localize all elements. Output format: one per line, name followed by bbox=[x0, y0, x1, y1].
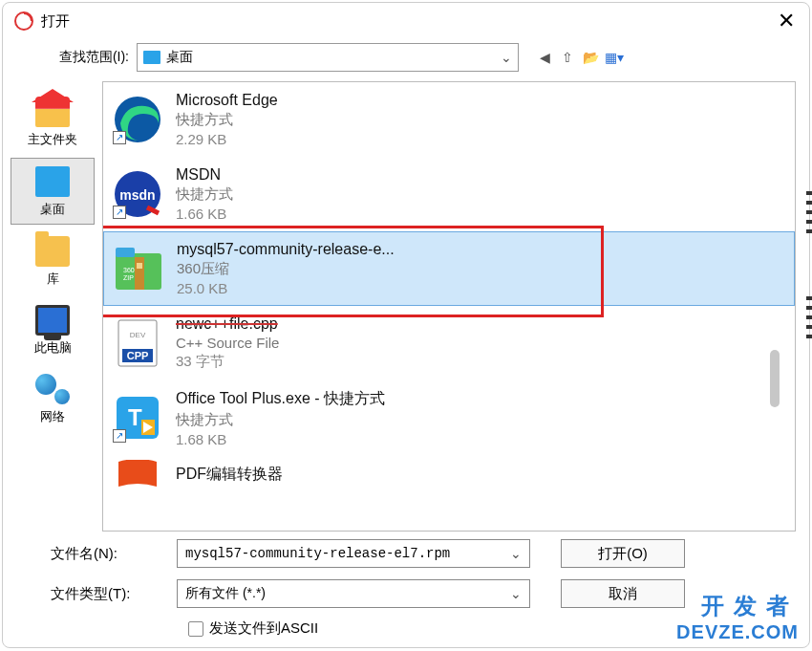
office-tool-icon: T ↗ bbox=[113, 393, 162, 443]
file-size: 2.29 KB bbox=[176, 131, 278, 147]
cpp-icon: CPPDEV bbox=[113, 318, 162, 368]
filetype-value: 所有文件 (*.*) bbox=[185, 585, 266, 602]
ascii-checkbox[interactable] bbox=[188, 621, 203, 637]
file-list[interactable]: ↗ Microsoft Edge 快捷方式 2.29 KB msdn ↗ MSD… bbox=[103, 82, 795, 493]
chevron-down-icon: ⌄ bbox=[501, 50, 512, 65]
sidebar-item-home[interactable]: 主文件夹 bbox=[11, 89, 95, 154]
toolbar-icons: ◀ ⇧ 📂 ▦▾ bbox=[536, 50, 622, 65]
close-icon[interactable]: ✕ bbox=[775, 9, 798, 33]
svg-text:msdn: msdn bbox=[119, 187, 155, 203]
sidebar-item-this-pc[interactable]: 此电脑 bbox=[11, 297, 95, 362]
scrollbar-thumb[interactable] bbox=[770, 350, 780, 407]
sidebar-item-library[interactable]: 库 bbox=[11, 228, 95, 293]
file-name: Office Tool Plus.exe - 快捷方式 bbox=[176, 389, 385, 409]
file-row[interactable]: ↗ Microsoft Edge 快捷方式 2.29 KB bbox=[103, 82, 795, 157]
home-icon bbox=[35, 97, 70, 127]
svg-rect-5 bbox=[116, 248, 135, 257]
filename-input[interactable]: mysql57-community-release-el7.rpm ⌄ bbox=[177, 539, 530, 568]
file-type: 快捷方式 bbox=[176, 111, 278, 129]
titlebar: 打开 ✕ bbox=[3, 3, 809, 39]
back-icon[interactable]: ◀ bbox=[536, 50, 553, 65]
file-name: PDF编辑转换器 bbox=[176, 465, 283, 485]
file-type: 快捷方式 bbox=[176, 185, 233, 204]
app-icon bbox=[14, 11, 33, 31]
svg-text:T: T bbox=[128, 404, 142, 430]
this-pc-icon bbox=[35, 305, 70, 336]
svg-rect-6 bbox=[135, 257, 144, 290]
shortcut-overlay-icon: ↗ bbox=[113, 206, 126, 219]
sidebar-item-label: 此电脑 bbox=[12, 339, 93, 357]
filetype-select[interactable]: 所有文件 (*.*) ⌄ bbox=[177, 579, 530, 608]
lookup-combobox[interactable]: 桌面 ⌄ bbox=[137, 43, 519, 72]
file-size: 1.68 KB bbox=[176, 431, 385, 447]
sidebar-item-label: 桌面 bbox=[13, 201, 92, 218]
main-area: 主文件夹 桌面 库 此电脑 网络 bbox=[3, 81, 809, 532]
svg-rect-7 bbox=[137, 263, 142, 269]
up-icon[interactable]: ⇧ bbox=[559, 50, 576, 65]
watermark-line1: 开发者 bbox=[676, 591, 799, 621]
file-row[interactable]: 360ZIP mysql57-community-release-e... 36… bbox=[103, 231, 795, 306]
file-row[interactable]: CPPDEV newc++file.cpp C++ Source File 33… bbox=[103, 306, 795, 380]
watermark: 开发者 DEVZE.COM bbox=[676, 591, 799, 643]
svg-text:CPP: CPP bbox=[127, 350, 149, 361]
file-name: Microsoft Edge bbox=[176, 92, 278, 109]
desktop-icon bbox=[35, 166, 70, 197]
svg-text:360: 360 bbox=[123, 267, 135, 273]
shortcut-overlay-icon: ↗ bbox=[113, 131, 126, 144]
file-type: 快捷方式 bbox=[176, 411, 385, 429]
file-type: 360压缩 bbox=[177, 260, 395, 278]
network-icon bbox=[35, 374, 70, 404]
file-size: 25.0 KB bbox=[177, 280, 395, 296]
file-size: 1.66 KB bbox=[176, 206, 233, 222]
svg-text:ZIP: ZIP bbox=[123, 274, 134, 281]
chevron-down-icon: ⌄ bbox=[510, 586, 522, 601]
file-name: MSDN bbox=[176, 166, 233, 184]
library-icon bbox=[35, 236, 70, 267]
file-row[interactable]: PDF编辑转换器 bbox=[103, 455, 795, 493]
watermark-line2: DEVZE.COM bbox=[676, 621, 799, 643]
sidebar-item-desktop[interactable]: 桌面 bbox=[11, 158, 95, 225]
places-sidebar: 主文件夹 桌面 库 此电脑 网络 bbox=[3, 81, 102, 532]
new-folder-icon[interactable]: 📂 bbox=[582, 50, 599, 65]
file-row[interactable]: T ↗ Office Tool Plus.exe - 快捷方式 快捷方式 1.6… bbox=[103, 380, 795, 455]
ascii-label: 发送文件到ASCII bbox=[209, 619, 318, 638]
window-title: 打开 bbox=[41, 12, 775, 31]
lookup-row: 查找范围(I): 桌面 ⌄ ◀ ⇧ 📂 ▦▾ bbox=[3, 39, 809, 81]
file-name: mysql57-community-release-e... bbox=[177, 241, 395, 258]
file-row[interactable]: msdn ↗ MSDN 快捷方式 1.66 KB bbox=[103, 157, 795, 231]
zip-icon: 360ZIP bbox=[114, 244, 163, 293]
open-dialog: 打开 ✕ 查找范围(I): 桌面 ⌄ ◀ ⇧ 📂 ▦▾ 主文件夹 桌面 bbox=[2, 2, 810, 648]
sidebar-item-label: 库 bbox=[12, 271, 93, 288]
cancel-button[interactable]: 取消 bbox=[561, 579, 685, 608]
file-list-pane: ↗ Microsoft Edge 快捷方式 2.29 KB msdn ↗ MSD… bbox=[102, 81, 796, 532]
filename-value: mysql57-community-release-el7.rpm bbox=[185, 546, 450, 561]
pdf-icon bbox=[113, 460, 162, 488]
file-type: C++ Source File bbox=[176, 335, 279, 351]
scroll-marks bbox=[806, 191, 809, 338]
filename-label: 文件名(N): bbox=[51, 545, 165, 563]
filetype-label: 文件类型(T): bbox=[51, 585, 165, 603]
view-menu-icon[interactable]: ▦▾ bbox=[605, 50, 622, 65]
svg-text:DEV: DEV bbox=[130, 331, 146, 339]
lookup-label: 查找范围(I): bbox=[14, 49, 129, 66]
file-name: newc++file.cpp bbox=[176, 315, 279, 333]
file-size: 33 字节 bbox=[176, 353, 279, 371]
sidebar-item-label: 网络 bbox=[12, 408, 93, 425]
sidebar-item-network[interactable]: 网络 bbox=[11, 366, 95, 431]
shortcut-overlay-icon: ↗ bbox=[113, 429, 126, 443]
msdn-icon: msdn ↗ bbox=[113, 169, 162, 219]
desktop-small-icon bbox=[143, 51, 160, 64]
open-button[interactable]: 打开(O) bbox=[561, 539, 685, 568]
lookup-value: 桌面 bbox=[166, 49, 501, 66]
chevron-down-icon: ⌄ bbox=[510, 546, 522, 561]
edge-icon: ↗ bbox=[113, 95, 162, 144]
sidebar-item-label: 主文件夹 bbox=[12, 131, 93, 148]
